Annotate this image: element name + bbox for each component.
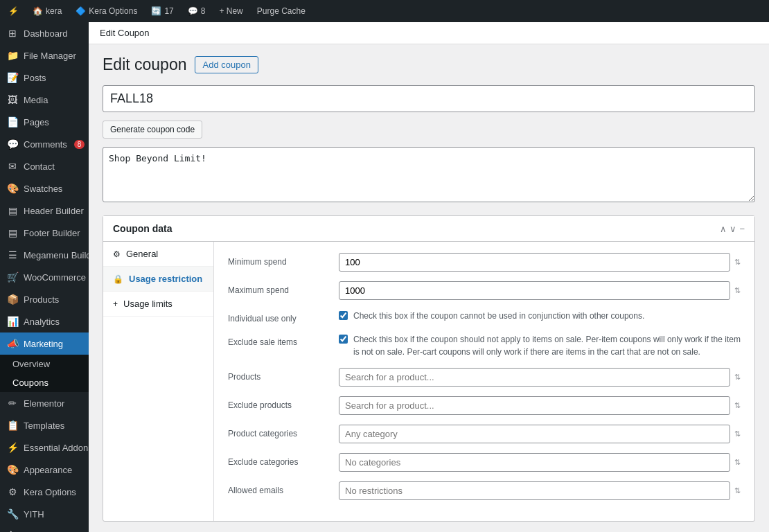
swatches-icon: 🎨 <box>7 183 18 194</box>
sidebar-item-label: Elementor <box>24 398 64 409</box>
purge-cache-label: Purge Cache <box>257 6 306 16</box>
exclude-sale-label: Exclude sale items <box>228 333 339 347</box>
sidebar-item-comments[interactable]: 💬 Comments 8 <box>0 133 89 155</box>
sidebar-item-templates[interactable]: 📋 Templates <box>0 414 89 436</box>
sidebar-item-contact[interactable]: ✉ Contact <box>0 155 89 177</box>
sidebar-item-megamenu[interactable]: ☰ Megamenu Builder <box>0 244 89 266</box>
panel-tabs: ⚙ General 🔒 Usage restriction + Usage li… <box>103 242 214 521</box>
admin-bar-home[interactable]: 🏠 kera <box>30 6 64 16</box>
admin-bar-updates[interactable]: 🔄 17 <box>148 6 176 16</box>
tab-usage-limits-label: Usage limits <box>123 299 173 309</box>
individual-use-label: Individual use only <box>228 310 339 323</box>
sidebar-item-plugins[interactable]: 🔌 Plugins 14 <box>0 525 89 532</box>
maximum-spend-field: ⇅ <box>339 281 741 300</box>
footer-builder-icon: ▤ <box>7 227 18 238</box>
exclude-sale-checkbox[interactable] <box>339 335 348 344</box>
sidebar-item-label: Footer Builder <box>24 228 80 238</box>
sidebar-item-label: Header Builder <box>24 206 84 216</box>
allowed-emails-input[interactable] <box>339 481 730 500</box>
sidebar-item-posts[interactable]: 📝 Posts <box>0 66 89 89</box>
products-search-input[interactable] <box>339 368 730 387</box>
sidebar-item-file-manager[interactable]: 📁 File Manager <box>0 44 89 66</box>
sidebar-item-essential-addons[interactable]: ⚡ Essential Addons <box>0 436 89 459</box>
appearance-icon: 🎨 <box>7 464 18 475</box>
sidebar-item-label: YITH <box>24 509 44 520</box>
individual-use-field: Check this box if the coupon cannot be u… <box>339 310 741 322</box>
exclude-sale-description: Check this box if the coupon should not … <box>353 333 741 358</box>
dashboard-icon: ⊞ <box>7 28 18 39</box>
usage-restriction-content: Minimum spend ⇅ Maximum spend ⇅ <box>214 242 754 521</box>
woocommerce-icon: 🛒 <box>7 272 18 283</box>
sidebar-item-kera-options[interactable]: ⚙ Kera Options <box>0 481 89 503</box>
exclude-products-row: Exclude products ⇅ <box>228 396 741 415</box>
sidebar-item-label: Comments <box>24 139 67 150</box>
admin-bar-new[interactable]: + New <box>216 6 245 16</box>
sidebar-item-label: Kera Options <box>24 487 76 497</box>
templates-icon: 📋 <box>7 420 18 431</box>
sidebar-item-footer-builder[interactable]: ▤ Footer Builder <box>0 222 89 244</box>
exclude-categories-field: ⇅ <box>339 453 741 472</box>
individual-use-row: Individual use only Check this box if th… <box>228 310 741 323</box>
admin-bar-wp-logo[interactable]: ⚡ <box>6 6 21 16</box>
exclude-products-sort-icon: ⇅ <box>734 401 741 410</box>
content-area: Edit Coupon Edit coupon Add coupon Gener… <box>89 22 769 532</box>
sidebar-item-yith[interactable]: 🔧 YITH <box>0 503 89 525</box>
sidebar-item-appearance[interactable]: 🎨 Appearance <box>0 459 89 481</box>
sidebar-item-label: Overview <box>12 359 50 369</box>
generate-coupon-button[interactable]: Generate coupon code <box>103 121 202 139</box>
products-sort-icon: ⇅ <box>734 373 741 382</box>
minimum-spend-label: Minimum spend <box>228 253 339 267</box>
sidebar-item-media[interactable]: 🖼 Media <box>0 89 89 111</box>
new-label: + New <box>219 6 242 16</box>
minimum-spend-field: ⇅ <box>339 253 741 272</box>
exclude-categories-input[interactable] <box>339 453 730 472</box>
panel-toggle-icon[interactable]: − <box>739 224 745 234</box>
sidebar-item-label: Dashboard <box>24 28 68 39</box>
maximum-spend-label: Maximum spend <box>228 281 339 295</box>
panel-header: Coupon data ∧ ∨ − <box>103 216 754 242</box>
exclude-products-search-input[interactable] <box>339 396 730 415</box>
sidebar-item-overview[interactable]: Overview <box>0 355 89 373</box>
admin-bar-purge-cache[interactable]: Purge Cache <box>254 6 308 16</box>
sidebar-item-coupons[interactable]: Coupons <box>0 373 89 392</box>
sidebar-item-dashboard[interactable]: ⊞ Dashboard <box>0 22 89 44</box>
admin-bar-kera-options[interactable]: 🔷 Kera Options <box>73 6 140 16</box>
kera-options-icon: 🔷 <box>76 6 86 16</box>
tab-general[interactable]: ⚙ General <box>103 242 213 267</box>
add-coupon-button[interactable]: Add coupon <box>195 56 258 73</box>
individual-use-checkbox[interactable] <box>339 311 348 320</box>
comments-count: 8 <box>201 6 206 16</box>
admin-bar-comments[interactable]: 💬 8 <box>185 6 209 16</box>
media-icon: 🖼 <box>7 94 18 105</box>
maximum-spend-input[interactable] <box>339 281 730 300</box>
panel-title: Coupon data <box>113 223 173 234</box>
sidebar-item-woocommerce[interactable]: 🛒 WooCommerce <box>0 266 89 288</box>
sidebar-item-swatches[interactable]: 🎨 Swatches <box>0 177 89 200</box>
coupon-description-textarea[interactable]: Shop Beyond Limit! <box>103 147 755 202</box>
products-field: ⇅ <box>339 368 741 387</box>
sidebar-item-elementor[interactable]: ✏ Elementor <box>0 392 89 414</box>
panel-expand-icon[interactable]: ∨ <box>730 224 736 234</box>
minimum-spend-input[interactable] <box>339 253 730 272</box>
tab-usage-restriction[interactable]: 🔒 Usage restriction <box>103 267 213 292</box>
sidebar-item-label: Templates <box>24 420 64 431</box>
updates-icon: 🔄 <box>151 6 161 16</box>
sidebar: ⊞ Dashboard 📁 File Manager 📝 Posts 🖼 Med… <box>0 22 89 532</box>
sidebar-item-products[interactable]: 📦 Products <box>0 288 89 310</box>
product-categories-input[interactable] <box>339 425 730 443</box>
kera-options-icon: ⚙ <box>7 486 18 497</box>
products-label: Products <box>228 368 339 382</box>
product-categories-label: Product categories <box>228 425 339 438</box>
sidebar-item-header-builder[interactable]: ▤ Header Builder <box>0 200 89 222</box>
sidebar-item-label: Essential Addons <box>24 443 89 453</box>
updates-count: 17 <box>164 6 173 16</box>
sidebar-item-pages[interactable]: 📄 Pages <box>0 111 89 133</box>
sidebar-item-label: Pages <box>24 117 49 127</box>
sidebar-item-marketing[interactable]: 📣 Marketing <box>0 332 89 355</box>
panel-collapse-icon[interactable]: ∧ <box>720 224 727 234</box>
exclude-categories-row: Exclude categories ⇅ <box>228 453 741 472</box>
tab-general-label: General <box>126 249 158 259</box>
sidebar-item-analytics[interactable]: 📊 Analytics <box>0 310 89 332</box>
tab-usage-limits[interactable]: + Usage limits <box>103 292 213 317</box>
coupon-code-input[interactable] <box>103 85 755 112</box>
